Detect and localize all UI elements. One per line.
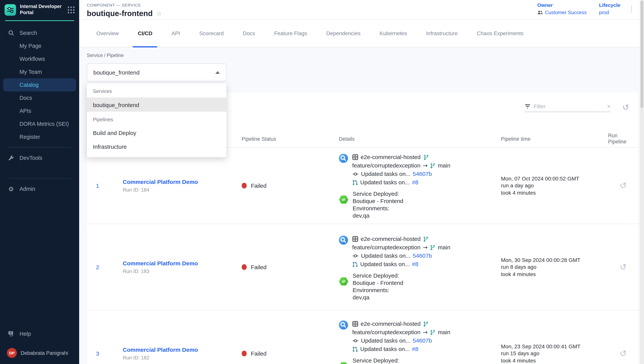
pipeline-run-link[interactable]: Commercial Platform Demo: [123, 260, 242, 266]
run-name-cell: Commercial Platform Demo Run ID: 182: [123, 310, 242, 364]
run-name-cell: Commercial Platform Demo Run ID: 183: [123, 224, 242, 310]
wrench-icon: [7, 155, 15, 161]
run-name-cell: Commercial Platform Demo Run ID: 184: [123, 148, 242, 224]
repo-name[interactable]: e2e-commercial-hosted: [360, 153, 420, 161]
portal-logo-icon[interactable]: [4, 4, 16, 16]
sidebar-item-my-page[interactable]: My Page: [3, 40, 76, 52]
breadcrumb: COMPONENT — SERVICE: [87, 3, 141, 7]
details-cell: e2e-commercial-hosted feature/corruptede…: [339, 224, 501, 310]
sidebar-item-label: Docs: [20, 95, 32, 101]
source-branch[interactable]: feature/corruptedexception: [352, 161, 420, 170]
pipeline-time-cell: Mon, 07 Oct 2024 00:00:52 GMT run a day …: [501, 148, 608, 224]
rerun-pipeline-icon[interactable]: ↺: [620, 349, 627, 358]
clear-filter-icon[interactable]: ✕: [607, 104, 611, 109]
tab-cicd[interactable]: CI/CD: [128, 19, 162, 47]
sidebar-item-label: Admin: [20, 186, 35, 192]
commit-sha-link[interactable]: 54607b: [413, 170, 432, 178]
pr-number-link[interactable]: #8: [412, 178, 418, 186]
tab-dependencies[interactable]: Dependencies: [317, 19, 370, 47]
ci-stage-icon: [339, 236, 348, 268]
repo-name[interactable]: e2e-commercial-hosted: [360, 320, 420, 328]
sidebar-item-dora-metrics[interactable]: DORA Metrics (SEI): [3, 118, 76, 130]
apps-grid-icon[interactable]: [68, 6, 74, 13]
run-duration: took 4 minutes: [501, 357, 608, 364]
filter-input[interactable]: [534, 103, 604, 109]
run-id: Run ID: 184: [123, 187, 242, 193]
sidebar-item-label: My Page: [20, 43, 41, 49]
sidebar-item-search[interactable]: Search: [3, 26, 76, 40]
sidebar-item-register[interactable]: Register: [3, 130, 76, 144]
gear-icon: ⚙: [7, 186, 15, 193]
filter-box: ✕: [525, 103, 611, 112]
tab-api[interactable]: API: [162, 19, 190, 47]
main-area: COMPONENT — SERVICE boutique-frontend ☆ …: [79, 0, 644, 364]
search-icon: [7, 30, 15, 36]
tab-bar: Overview CI/CD API Scorecard Docs Featur…: [79, 20, 644, 48]
repo-name[interactable]: e2e-commercial-hosted: [360, 235, 420, 243]
deploy-line: Boutique - Frontend: [352, 197, 403, 204]
deploy-line: Service Deployed:: [352, 272, 403, 279]
sidebar-item-apis[interactable]: APIs: [3, 104, 76, 118]
owner-link[interactable]: Customer Success: [537, 10, 587, 15]
table-row: 2 Commercial Platform Demo Run ID: 183 F…: [87, 224, 638, 310]
commit-sha-link[interactable]: 54607b: [413, 252, 432, 260]
sidebar-item-docs[interactable]: Docs: [3, 92, 76, 104]
tab-feature-flags[interactable]: Feature Flags: [265, 19, 317, 47]
deploy-line: dev,qa: [352, 212, 403, 219]
source-branch[interactable]: feature/corruptedexception: [352, 328, 420, 336]
sidebar-item-catalog[interactable]: Catalog: [3, 78, 76, 92]
kebab-menu-icon[interactable]: ⋮: [628, 5, 635, 12]
pr-number-link[interactable]: #8: [412, 260, 418, 268]
help-button[interactable]: ? Help: [3, 327, 76, 340]
deploy-line: Service Deployed:: [352, 357, 399, 364]
run-pipeline-cell: ↺: [608, 148, 638, 224]
pull-request-icon: [352, 261, 358, 267]
tab-scorecard[interactable]: Scorecard: [190, 19, 233, 47]
tab-chaos-experiments[interactable]: Chaos Experiments: [467, 19, 533, 47]
rerun-pipeline-icon[interactable]: ↺: [620, 263, 627, 271]
sidebar-item-admin[interactable]: ⚙ Admin: [3, 182, 76, 196]
page-title: boutique-frontend: [87, 9, 152, 18]
help-label: Help: [20, 331, 31, 337]
option-build-and-deploy[interactable]: Build and Deploy: [87, 126, 226, 140]
source-branch[interactable]: feature/corruptedexception: [352, 243, 420, 252]
cd-stage-icon: ∞: [339, 194, 348, 219]
run-ago: run 8 days ago: [501, 264, 608, 271]
run-duration: took 4 minutes: [501, 189, 608, 196]
target-branch[interactable]: main: [438, 328, 450, 336]
git-commit-icon: [352, 171, 359, 177]
sidebar-item-my-team[interactable]: My Team: [3, 66, 76, 78]
scrollbar-thumb[interactable]: [640, 1, 643, 108]
pr-number-link[interactable]: #8: [412, 345, 418, 353]
tab-kubernetes[interactable]: Kubernetes: [370, 19, 416, 47]
rerun-pipeline-icon[interactable]: ↺: [620, 182, 627, 190]
run-pipeline-cell: ↺: [608, 310, 638, 364]
tab-docs[interactable]: Docs: [233, 19, 265, 47]
lifecycle-label: Lifecycle: [599, 2, 620, 8]
pipeline-select-value: boutique_frontend: [93, 69, 215, 76]
sidebar-item-devtools[interactable]: DevTools: [3, 152, 76, 164]
option-infrastructure[interactable]: Infrastructure: [87, 140, 226, 153]
sidebar-item-label: DORA Metrics (SEI): [20, 121, 69, 127]
target-branch[interactable]: main: [438, 161, 450, 170]
page-scrollbar[interactable]: [640, 0, 644, 364]
option-boutique-frontend[interactable]: boutique_frontend: [87, 98, 226, 112]
status-badge: Failed: [251, 264, 266, 270]
user-menu[interactable]: DP Debabrata Panigrahi: [3, 346, 76, 360]
refresh-icon[interactable]: ↺: [622, 104, 629, 112]
tab-overview[interactable]: Overview: [87, 19, 128, 47]
run-index: 2: [87, 224, 123, 310]
target-branch[interactable]: main: [438, 243, 450, 252]
tab-infrastructure[interactable]: Infrastructure: [417, 19, 467, 47]
pipeline-run-link[interactable]: Commercial Platform Demo: [123, 346, 242, 353]
sidebar-item-workflows[interactable]: Workflows: [3, 52, 76, 66]
git-branch-icon: [423, 236, 428, 242]
pipeline-select[interactable]: boutique_frontend: [87, 64, 226, 82]
lifecycle-block: Lifecycle prod: [599, 2, 620, 15]
col-pipeline-time: Pipeline time: [501, 136, 608, 142]
commit-sha-link[interactable]: 54607b: [413, 336, 432, 345]
favorite-star-icon[interactable]: ☆: [156, 10, 162, 17]
owner-block: Owner Customer Success: [537, 2, 587, 15]
pipeline-run-link[interactable]: Commercial Platform Demo: [123, 178, 242, 185]
sidebar-item-label: DevTools: [20, 155, 42, 161]
